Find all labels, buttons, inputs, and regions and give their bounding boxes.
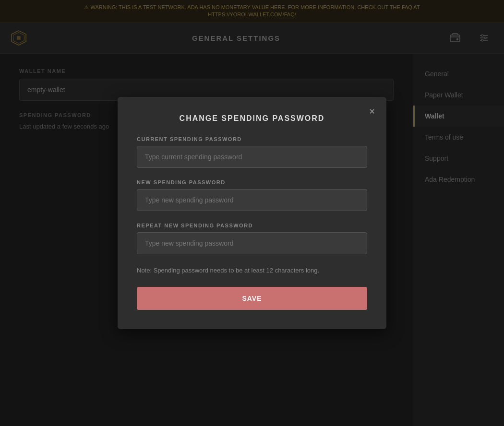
modal-note: Note: Spending password needs to be at l… [137, 266, 367, 275]
modal-overlay: × CHANGE SPENDING PASSWORD CURRENT SPEND… [0, 0, 504, 426]
modal-title: CHANGE SPENDING PASSWORD [137, 114, 367, 123]
repeat-password-input[interactable] [137, 232, 367, 254]
repeat-password-label: REPEAT NEW SPENDING PASSWORD [137, 223, 367, 228]
save-button[interactable]: Save [137, 287, 367, 310]
current-password-label: CURRENT SPENDING PASSWORD [137, 136, 367, 142]
modal-close-button[interactable]: × [365, 105, 379, 118]
new-password-input[interactable] [137, 189, 367, 211]
change-password-modal: × CHANGE SPENDING PASSWORD CURRENT SPEND… [118, 97, 386, 329]
new-password-label: NEW SPENDING PASSWORD [137, 179, 367, 185]
current-password-input[interactable] [137, 146, 367, 168]
